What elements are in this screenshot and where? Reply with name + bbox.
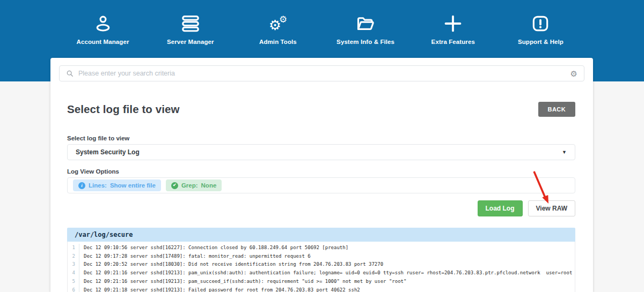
lines-badge-value: Show entire file (110, 182, 156, 189)
log-line: 6 Dec 12 09:21:18 server sshd[19213]: Fa… (68, 286, 575, 292)
log-line-text: Dec 12 09:21:16 server sshd[19213]: pam_… (79, 278, 406, 286)
heading-row: Select log file to view BACK (67, 102, 575, 117)
nav-item-extra-features[interactable]: Extra Features (409, 13, 497, 45)
log-line-number: 1 (68, 244, 79, 252)
folder-open-icon (355, 13, 376, 34)
back-button[interactable]: BACK (538, 102, 575, 117)
lines-option-badge[interactable]: i Lines: Show entire file (73, 179, 161, 191)
grep-badge-label: Grep: (181, 182, 198, 189)
log-file-select-value: System Security Log (76, 148, 140, 156)
select-log-file-label: Select log file to view (67, 135, 575, 141)
log-line-text: Dec 12 09:21:18 server sshd[19213]: Fail… (79, 286, 360, 292)
log-view-options-box: i Lines: Show entire file ✔ Grep: None (67, 177, 575, 193)
nav-item-system-info-files[interactable]: System Info & Files (322, 13, 409, 45)
log-view-options-label: Log View Options (67, 168, 575, 175)
nav-label: Support & Help (518, 39, 564, 45)
lines-badge-label: Lines: (89, 182, 107, 189)
plus-icon (443, 13, 463, 34)
search-box: ⚙ (59, 65, 584, 81)
log-line-text: Dec 12 09:20:52 server sshd[18030]: Did … (79, 260, 383, 269)
nav-label: Admin Tools (259, 39, 297, 45)
main-content-card: ⚙ Select log file to view BACK Select lo… (50, 58, 593, 292)
log-file-select[interactable]: System Security Log ▼ (67, 144, 575, 160)
log-line: 4 Dec 12 09:21:16 server sshd[19213]: pa… (68, 269, 575, 278)
log-line: 5 Dec 12 09:21:16 server sshd[19213]: pa… (68, 278, 575, 286)
gears-icon: ⚙⚙ (269, 13, 288, 34)
grep-option-badge[interactable]: ✔ Grep: None (166, 179, 222, 191)
main-nav: Account Manager Server Manager ⚙⚙ Admin … (59, 0, 584, 45)
log-line-number: 3 (68, 260, 79, 269)
actions-row: Load Log View RAW (67, 200, 575, 216)
nav-label: Account Manager (77, 39, 129, 45)
nav-item-support-help[interactable]: Support & Help (497, 13, 584, 45)
nav-label: System Info & Files (336, 39, 394, 45)
nav-item-server-manager[interactable]: Server Manager (147, 13, 234, 45)
search-icon (66, 70, 74, 77)
log-line: 2 Dec 12 09:17:28 server sshd[17489]: fa… (68, 252, 575, 261)
log-view-section: Select log file to view BACK Select log … (50, 102, 593, 292)
alert-square-icon (530, 13, 551, 34)
log-line-text: Dec 12 09:17:28 server sshd[17489]: fata… (79, 252, 311, 261)
log-body: 1 Dec 12 09:10:56 server sshd[16227]: Co… (67, 242, 575, 292)
log-line-number: 6 (68, 286, 79, 292)
log-viewer-panel: /var/log/secure 1 Dec 12 09:10:56 server… (67, 228, 575, 292)
nav-label: Extra Features (431, 39, 475, 45)
log-file-path-header: /var/log/secure (67, 228, 575, 242)
log-line-number: 4 (68, 269, 79, 278)
grep-badge-value: None (201, 182, 217, 189)
check-icon: ✔ (171, 182, 178, 189)
load-log-button[interactable]: Load Log (478, 200, 523, 216)
nav-item-admin-tools[interactable]: ⚙⚙ Admin Tools (234, 13, 321, 45)
server-icon (180, 13, 201, 34)
log-line-text: Dec 12 09:21:16 server sshd[19213]: pam_… (79, 269, 572, 278)
log-line-number: 2 (68, 252, 79, 261)
log-line: 3 Dec 12 09:20:52 server sshd[18030]: Di… (68, 260, 575, 269)
view-raw-button[interactable]: View RAW (528, 200, 575, 216)
log-line-text: Dec 12 09:10:56 server sshd[16227]: Conn… (79, 244, 348, 252)
search-input[interactable] (78, 70, 566, 77)
nav-item-account-manager[interactable]: Account Manager (59, 13, 147, 45)
user-icon (93, 13, 113, 34)
chevron-down-icon: ▼ (562, 149, 567, 155)
log-line-number: 5 (68, 278, 79, 286)
search-row: ⚙ (50, 58, 593, 81)
page-title: Select log file to view (67, 103, 180, 116)
log-line: 1 Dec 12 09:10:56 server sshd[16227]: Co… (68, 244, 575, 252)
search-settings-gear-icon[interactable]: ⚙ (570, 70, 577, 78)
nav-label: Server Manager (167, 39, 214, 45)
info-icon: i (78, 182, 85, 189)
